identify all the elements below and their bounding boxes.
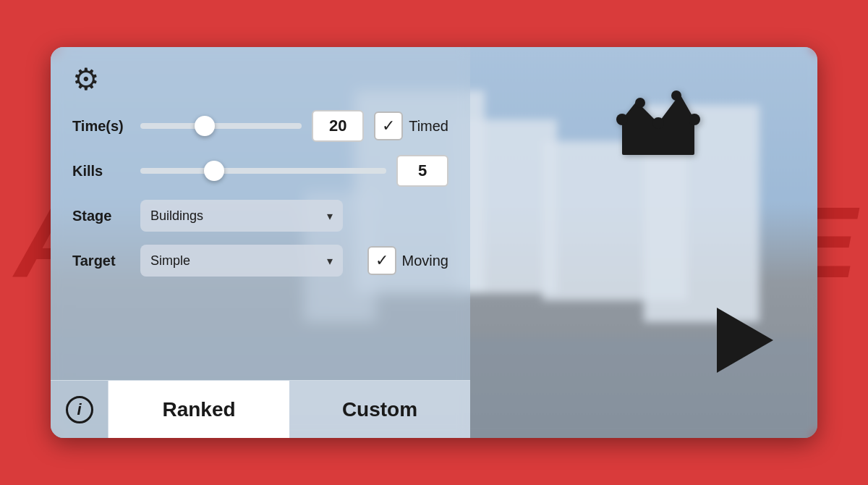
stage-label: Stage: [72, 208, 130, 224]
gear-icon-wrapper: ⚙: [72, 62, 448, 97]
moving-checkbox-group: ✓ Moving: [367, 246, 448, 275]
play-button[interactable]: [712, 308, 778, 373]
gear-icon: ⚙: [72, 62, 100, 96]
target-label: Target: [72, 253, 130, 269]
svg-rect-1: [622, 146, 694, 155]
kills-value-box[interactable]: 5: [396, 155, 448, 187]
svg-point-2: [616, 114, 628, 125]
target-row: Target Simple ▾ ✓ Moving: [72, 245, 448, 277]
stage-value: Buildings: [150, 208, 203, 224]
timed-label: Timed: [409, 118, 448, 135]
timed-checkbox-group: ✓ Timed: [374, 111, 448, 140]
info-symbol: i: [77, 400, 81, 419]
kills-slider-track: [140, 168, 386, 174]
moving-checkmark: ✓: [375, 251, 388, 270]
time-slider-thumb[interactable]: [195, 116, 215, 136]
target-value: Simple: [150, 253, 190, 269]
ranked-button[interactable]: Ranked: [109, 381, 289, 439]
time-value: 20: [329, 117, 346, 135]
custom-button[interactable]: Custom: [289, 381, 470, 439]
kills-label: Kills: [72, 163, 130, 180]
moving-checkbox[interactable]: ✓: [367, 246, 396, 275]
stage-dropdown-arrow: ▾: [327, 209, 333, 223]
settings-panel: ⚙ Time(s) 20 ✓: [51, 47, 470, 438]
stage-dropdown[interactable]: Buildings ▾: [140, 200, 343, 232]
time-slider-track: [140, 123, 302, 129]
kills-row: Kills 5: [72, 155, 448, 187]
time-slider-container: [140, 116, 302, 136]
timed-checkmark: ✓: [382, 117, 395, 135]
background: ACE ACE ⚙ Time(s): [0, 0, 868, 485]
kills-slider-container: [140, 161, 386, 181]
moving-label: Moving: [402, 253, 448, 269]
stage-row: Stage Buildings ▾: [72, 200, 448, 232]
crown-icon: [615, 87, 702, 171]
time-row: Time(s) 20 ✓ Timed: [72, 110, 448, 142]
target-dropdown[interactable]: Simple ▾: [140, 245, 343, 277]
custom-label: Custom: [342, 398, 417, 421]
kills-value: 5: [418, 161, 427, 180]
info-circle-icon: i: [66, 396, 93, 423]
timed-checkbox[interactable]: ✓: [374, 111, 403, 140]
play-triangle-icon: [717, 308, 773, 373]
info-button[interactable]: i: [51, 381, 109, 439]
target-dropdown-arrow: ▾: [327, 254, 333, 268]
svg-point-4: [689, 114, 700, 125]
svg-point-5: [635, 98, 645, 108]
time-label: Time(s): [72, 118, 130, 135]
game-panel: ⚙ Time(s) 20 ✓: [51, 47, 817, 438]
time-value-box[interactable]: 20: [312, 110, 364, 142]
svg-point-6: [671, 90, 681, 101]
kills-slider-thumb[interactable]: [204, 161, 224, 181]
ranked-label: Ranked: [162, 398, 235, 421]
bottom-bar: i Ranked Custom: [51, 380, 470, 438]
svg-point-3: [652, 117, 664, 129]
